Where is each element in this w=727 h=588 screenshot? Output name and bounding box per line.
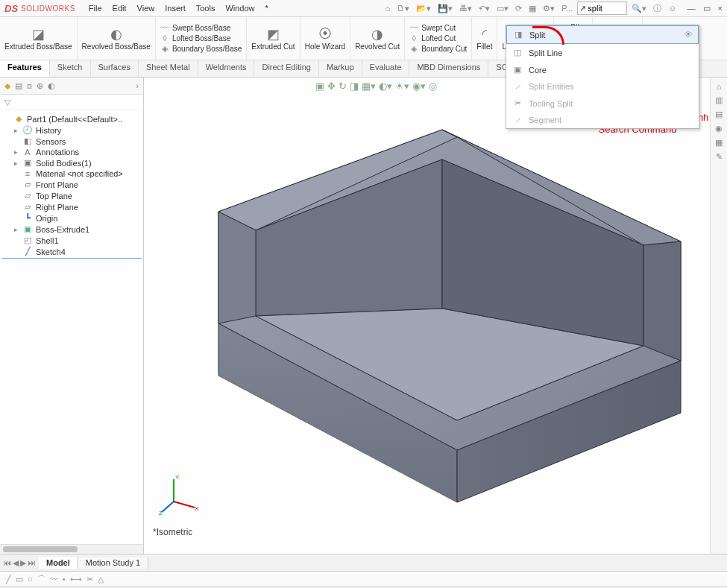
sk-point-icon[interactable]: • <box>63 575 66 584</box>
feature-tree: ◆Part1 (Default<<Default>.. ▸🕘History ◧S… <box>0 110 143 544</box>
graphics-viewport[interactable]: ▣ ✥ ↻ ◨ ▦▾ ◐▾ ☀▾ ◉▾ ◎ Tìm kiếm lệnh "Spl… <box>144 78 710 554</box>
extruded-cut-button[interactable]: ◩ Extruded Cut <box>247 17 300 60</box>
menu-window[interactable]: Window <box>225 4 254 13</box>
tree-origin[interactable]: ┗Origin <box>1 212 142 224</box>
tab-first-icon[interactable]: ⏮ <box>3 558 11 568</box>
tree-annotations[interactable]: ▸AAnnotations <box>1 147 142 157</box>
cfg-tab-icon[interactable]: ⧈ <box>27 81 32 91</box>
tree-scrollbar[interactable] <box>0 544 143 554</box>
sk-rect-icon[interactable]: ▭ <box>16 575 23 584</box>
disp-tab-icon[interactable]: ◐ <box>48 81 55 91</box>
tree-front-plane[interactable]: ▱Front Plane <box>1 179 142 190</box>
sk-line-icon[interactable]: ╱ <box>6 575 11 584</box>
hole-wizard-button[interactable]: ⦿ Hole Wizard <box>300 17 350 60</box>
sk-dim-icon[interactable]: ⟷ <box>70 575 82 584</box>
tree-sketch[interactable]: ╱Sketch4 <box>1 246 142 259</box>
svg-line-15 <box>162 502 174 512</box>
expand-icon[interactable]: › <box>136 81 139 90</box>
view-orientation-label: *Isometric <box>153 527 192 537</box>
revolved-boss-button[interactable]: ◐ Revolved Boss/Base <box>78 17 156 60</box>
btab-motion[interactable]: Motion Study 1 <box>78 557 148 569</box>
tab-sketch[interactable]: Sketch <box>50 60 91 77</box>
rebuild-icon[interactable]: ⟳ <box>515 4 522 13</box>
menu-edit[interactable]: Edit <box>113 4 127 13</box>
dd-split-line[interactable]: ◫Split Line <box>506 44 699 61</box>
extruded-boss-button[interactable]: ◪ Extruded Boss/Base <box>0 17 78 60</box>
revolved-cut-button[interactable]: ◑ Revolved Cut <box>350 17 405 60</box>
search-dropdown-icon[interactable]: 🔍▾ <box>632 4 646 13</box>
menu-file[interactable]: File <box>89 4 102 13</box>
menu-insert[interactable]: Insert <box>165 4 186 13</box>
tab-directediting[interactable]: Direct Editing <box>254 60 318 77</box>
sk-trim-icon[interactable]: ✂ <box>86 575 93 584</box>
tab-features[interactable]: Features <box>0 60 50 77</box>
tree-right-plane[interactable]: ▱Right Plane <box>1 201 142 212</box>
tab-markup[interactable]: Markup <box>319 60 362 77</box>
taskpane-forum-icon[interactable]: ✎ <box>716 152 723 162</box>
dim-tab-icon[interactable]: ⊕ <box>37 81 43 91</box>
boundary-boss-button[interactable]: ◈Boundary Boss/Base <box>160 44 242 54</box>
segment-icon: ⟋ <box>512 116 523 124</box>
save-icon[interactable]: 💾▾ <box>438 4 453 13</box>
tree-root[interactable]: ◆Part1 (Default<<Default>.. <box>1 113 142 124</box>
tab-prev-icon[interactable]: ◀ <box>13 558 19 568</box>
tab-next-icon[interactable]: ▶ <box>20 558 26 568</box>
maximize-button[interactable]: ▭ <box>703 4 711 13</box>
tab-last-icon[interactable]: ⏭ <box>28 558 36 568</box>
trunc-p[interactable]: P... <box>561 4 573 13</box>
help-icon[interactable]: ⓘ <box>653 3 661 14</box>
options-icon[interactable]: ▦ <box>529 4 536 13</box>
fm-tab-icon[interactable]: ◆ <box>4 81 10 91</box>
boundary-cut-button[interactable]: ◈Boundary Cut <box>409 44 467 54</box>
tree-history[interactable]: ▸🕘History <box>1 124 142 136</box>
tree-shell[interactable]: ◰Shell1 <box>1 235 142 246</box>
tab-evaluate[interactable]: Evaluate <box>362 60 410 77</box>
lofted-cut-button[interactable]: ◊Lofted Cut <box>409 34 467 42</box>
close-button[interactable]: × <box>718 4 723 13</box>
sk-arc-icon[interactable]: ⌒ <box>37 574 45 585</box>
user-icon[interactable]: ☺ <box>668 4 676 13</box>
sk-spline-icon[interactable]: 〰 <box>50 575 58 584</box>
undo-icon[interactable]: ↶▾ <box>479 4 490 13</box>
search-command[interactable]: ↗ <box>577 1 627 15</box>
swept-cut-button[interactable]: 〰Swept Cut <box>409 23 467 32</box>
open-icon[interactable]: 📂▾ <box>416 4 431 13</box>
menu-tools[interactable]: Tools <box>196 4 215 13</box>
revcut-icon: ◑ <box>371 26 383 42</box>
sk-circle-icon[interactable]: ○ <box>28 575 33 584</box>
tree-top-plane[interactable]: ▱Top Plane <box>1 190 142 201</box>
dd-split[interactable]: ◨Split <box>506 25 699 44</box>
minimize-button[interactable]: — <box>687 4 696 13</box>
lofted-boss-button[interactable]: ◊Lofted Boss/Base <box>160 34 242 42</box>
home-icon[interactable]: ⌂ <box>385 4 391 13</box>
tree-material[interactable]: ≡Material <not specified> <box>1 168 142 179</box>
eye-icon[interactable]: 👁 <box>684 30 693 39</box>
fillet-button[interactable]: ◜ Fillet <box>472 17 497 60</box>
dd-core[interactable]: ▣Core <box>506 61 699 78</box>
new-icon[interactable]: 🗋▾ <box>397 4 409 13</box>
menu-view[interactable]: View <box>137 4 155 13</box>
pm-tab-icon[interactable]: ▤ <box>15 81 22 91</box>
manager-tabs: ◆ ▤ ⧈ ⊕ ◐ › <box>0 78 143 95</box>
sk-mirror-icon[interactable]: △ <box>98 575 104 584</box>
svg-text:X: X <box>195 505 199 512</box>
tree-solid-bodies[interactable]: ▸▣Solid Bodies(1) <box>1 157 142 168</box>
tab-sheetmetal[interactable]: Sheet Metal <box>139 60 198 77</box>
menu-star[interactable]: * <box>265 4 268 13</box>
tree-filter[interactable]: ▽ <box>0 95 143 110</box>
tree-boss-extrude[interactable]: ▸▣Boss-Extrude1 <box>1 224 142 235</box>
select-icon[interactable]: ▭▾ <box>497 4 509 13</box>
tree-sensors[interactable]: ◧Sensors <box>1 136 142 147</box>
tab-weldments[interactable]: Weldments <box>198 60 255 77</box>
btab-model[interactable]: Model <box>39 557 78 569</box>
taskpane-lib-icon[interactable]: ▥ <box>715 95 723 105</box>
revolve-icon: ◐ <box>110 26 122 42</box>
swept-boss-button[interactable]: 〰Swept Boss/Base <box>160 23 242 32</box>
taskpane-home-icon[interactable]: ⌂ <box>717 82 722 91</box>
tab-surfaces[interactable]: Surfaces <box>91 60 139 77</box>
gear-icon[interactable]: ⚙▾ <box>543 4 555 13</box>
search-input[interactable] <box>586 3 625 13</box>
taskpane-prop-icon[interactable]: ▦ <box>715 138 723 148</box>
print-icon[interactable]: 🖶▾ <box>459 4 472 13</box>
tab-mbd[interactable]: MBD Dimensions <box>409 60 488 77</box>
